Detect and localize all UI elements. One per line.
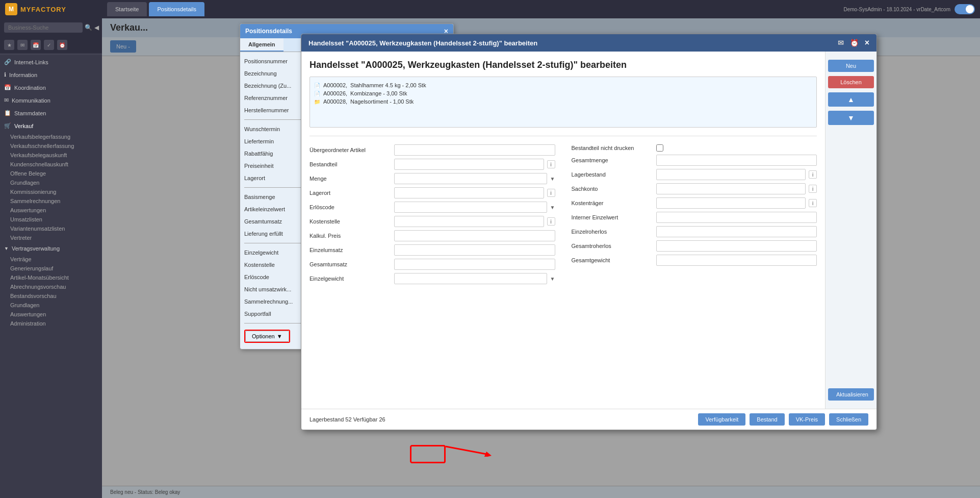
sidebar-item-internet-links[interactable]: 🔗 Internet-Links: [0, 56, 102, 68]
input-einzelgewicht2[interactable]: [394, 273, 547, 284]
up-button[interactable]: ▲: [828, 92, 874, 107]
kostenstelle-info-icon[interactable]: i: [547, 217, 555, 226]
input-ubergeordneter[interactable]: [394, 144, 555, 156]
vk-preis-button[interactable]: VK-Preis: [789, 413, 825, 426]
einzelgewicht-dropdown-arrow[interactable]: ▼: [550, 276, 555, 282]
search-input[interactable]: [4, 22, 83, 33]
verfugbarkeit-button[interactable]: Verfügbarkeit: [698, 413, 745, 426]
input-sachkonto[interactable]: [656, 183, 806, 194]
sidebar-item-umsatzlisten[interactable]: Umsatzlisten: [0, 215, 102, 224]
schliessen-button[interactable]: Schließen: [829, 413, 868, 426]
search-icon[interactable]: 🔍: [85, 24, 92, 31]
fields-grid: Übergeordneter Artikel Bestandteil i Men…: [310, 140, 817, 287]
app-name: MYFACTORY: [20, 6, 66, 13]
down-button[interactable]: ▼: [828, 111, 874, 125]
menge-dropdown-arrow[interactable]: ▼: [550, 176, 555, 182]
input-interner-einzelwert[interactable]: [656, 212, 817, 223]
input-erloscode2[interactable]: [394, 202, 547, 213]
sidebar-item-grundlagen2[interactable]: Grundlagen: [0, 301, 102, 310]
label-interner-einzelwert: Interner Einzelwert: [572, 214, 653, 220]
input-gesamtroherlos[interactable]: [656, 240, 817, 252]
clock-icon[interactable]: ⏰: [850, 39, 859, 47]
label-einzelumsatz: Einzelumsatz: [310, 247, 391, 253]
sidebar-item-verkaufsschnellerfassung[interactable]: Verkaufsschnellerfassung: [0, 141, 102, 151]
toggle-button[interactable]: [955, 4, 975, 14]
sidebar-item-kommunikation[interactable]: ✉ Kommunikation: [0, 94, 102, 107]
item-desc-2: Nagelsortiment - 1,00 Stk: [350, 98, 414, 105]
neu-button[interactable]: Neu: [828, 60, 874, 72]
item-code-0: A000002,: [323, 82, 347, 88]
loeschen-button[interactable]: Löschen: [828, 76, 874, 88]
sidebar-item-vertraege[interactable]: Verträge: [0, 255, 102, 264]
sidebar-label-stammdaten: Stammdaten: [14, 110, 46, 116]
input-kostentrager[interactable]: [656, 197, 806, 209]
sidebar-item-grundlagen[interactable]: Grundlagen: [0, 178, 102, 187]
sidebar-item-kommissionierung[interactable]: Kommissionierung: [0, 187, 102, 196]
logo-char: M: [9, 6, 14, 13]
input-einzelroherlos[interactable]: [656, 226, 817, 237]
lagerbestand-info-icon[interactable]: i: [809, 170, 817, 179]
sidebar-item-generierungslauf[interactable]: Generierungslauf: [0, 264, 102, 273]
sidebar-item-koordination[interactable]: 📅 Koordination: [0, 81, 102, 94]
input-bestandteil[interactable]: [394, 159, 544, 170]
aktualisieren-button[interactable]: Aktualisieren: [828, 388, 874, 401]
sidebar-item-stammdaten[interactable]: 📋 Stammdaten: [0, 107, 102, 119]
field-row-einzelgewicht2: Einzelgewicht ▼: [310, 273, 555, 284]
optionen-container: Optionen ▼: [244, 328, 290, 345]
sidebar-item-information[interactable]: ℹ Information: [0, 68, 102, 81]
collapse-icon[interactable]: ◀: [94, 24, 99, 31]
sidebar-label-verkauf: Verkauf: [14, 123, 33, 129]
envelope-icon[interactable]: ✉: [838, 39, 844, 47]
sidebar-icon-star[interactable]: ★: [4, 40, 14, 50]
bestand-button[interactable]: Bestand: [750, 413, 784, 426]
input-gesamtmenge[interactable]: [656, 155, 817, 166]
sidebar-item-bestandsvorschau[interactable]: Bestandsvorschau: [0, 291, 102, 301]
input-gesamtgewicht[interactable]: [656, 255, 817, 266]
tab-positionsdetails[interactable]: Positionsdetails: [149, 2, 204, 16]
item-icon-0: 📄: [314, 83, 320, 88]
sidebar-item-artikel-monatsubersicht[interactable]: Artikel-Monatsübersicht: [0, 273, 102, 282]
sidebar-item-variantenumsatzlisten[interactable]: Variantenumsatzlisten: [0, 224, 102, 233]
verkauf-icon: 🛒: [4, 122, 11, 129]
sidebar-item-vertragsverwaltung[interactable]: ▼ Vertragsverwaltung: [0, 242, 102, 255]
sidebar-icon-check[interactable]: ✓: [44, 40, 54, 50]
sidebar-item-kundenschnellauskunft[interactable]: Kundenschnellauskunft: [0, 160, 102, 169]
sidebar-item-vertreter[interactable]: Vertreter: [0, 233, 102, 242]
tab-startseite[interactable]: Startseite: [107, 2, 147, 16]
sidebar-item-auswertungen2[interactable]: Auswertungen: [0, 310, 102, 319]
sidebar-item-auswertungen[interactable]: Auswertungen: [0, 206, 102, 215]
erloscode-dropdown-arrow[interactable]: ▼: [550, 205, 555, 210]
sidebar-item-abrechnungsvorschau[interactable]: Abrechnungsvorschau: [0, 282, 102, 291]
input-kalk-preis[interactable]: [394, 230, 555, 241]
sidebar-item-verkaufsbelegerfassung[interactable]: Verkaufsbelegerfassung: [0, 132, 102, 141]
sidebar-item-offene-belege[interactable]: Offene Belege: [0, 169, 102, 178]
optionen-button[interactable]: Optionen ▼: [245, 331, 289, 342]
separator-fields: [310, 136, 817, 136]
input-kostenstelle2[interactable]: [394, 216, 544, 227]
kostentrager-info-icon[interactable]: i: [809, 199, 817, 207]
sidebar-item-administration[interactable]: Administration: [0, 319, 102, 328]
sidebar-item-verkauf[interactable]: 🛒 Verkauf: [0, 119, 102, 132]
sidebar-icon-mail[interactable]: ✉: [17, 40, 28, 50]
input-gesamtumsatz2[interactable]: [394, 259, 555, 270]
label-kostentrager: Kostenträger: [572, 200, 653, 206]
bestandteil-info-icon[interactable]: i: [547, 160, 555, 168]
input-menge[interactable]: [394, 173, 547, 184]
tab-allgemein[interactable]: Allgemein: [240, 38, 283, 52]
sidebar-icon-calendar[interactable]: 📅: [31, 40, 41, 50]
list-item: 📄 A000026, Kombizange - 3,00 Stk: [314, 89, 812, 97]
lagerort-info-icon[interactable]: i: [547, 189, 555, 197]
items-list: 📄 A000002, Stahlhammer 4.5 kg - 2,00 Stk…: [310, 77, 817, 128]
sachkonto-info-icon[interactable]: i: [809, 185, 817, 193]
checkbox-bestandteil-nicht-drucken[interactable]: [656, 144, 663, 152]
input-lagerbestand[interactable]: [656, 169, 806, 180]
handelsset-close[interactable]: ×: [865, 38, 869, 47]
input-lagerort2[interactable]: [394, 187, 544, 198]
sidebar-icon-clock[interactable]: ⏰: [57, 40, 67, 50]
field-row-gesamtgewicht: Gesamtgewicht: [572, 255, 817, 266]
input-einzelumsatz[interactable]: [394, 244, 555, 256]
label-einzelroherlos: Einzelroherlos: [572, 229, 653, 235]
sidebar-item-sammelrechnungen[interactable]: Sammelrechnungen: [0, 196, 102, 206]
sidebar-item-verkaufsbelegauskunft[interactable]: Verkaufsbelegauskunft: [0, 151, 102, 160]
item-code-1: A000026,: [323, 90, 347, 96]
